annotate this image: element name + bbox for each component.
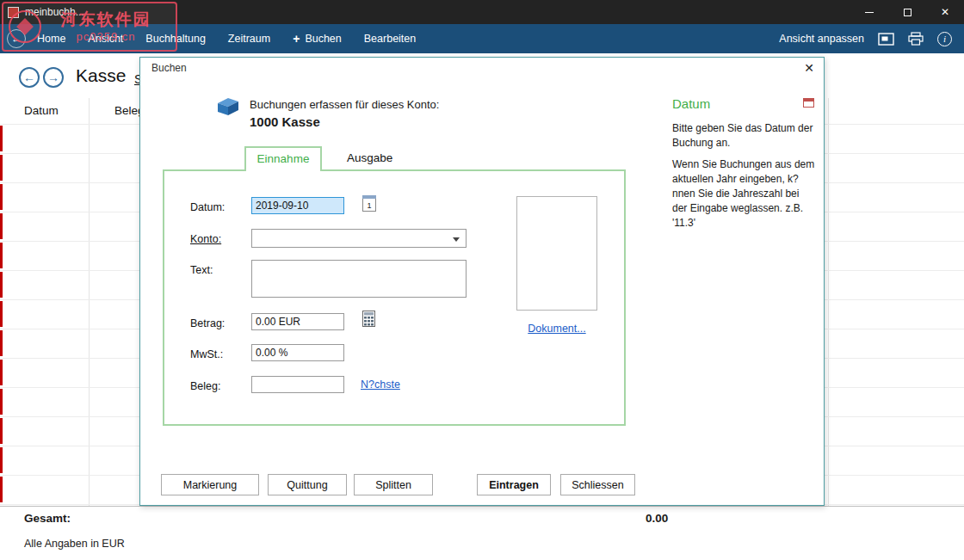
text-input[interactable] <box>251 260 467 298</box>
minimize-button[interactable] <box>850 0 888 24</box>
buchen-dialog: Buchen ✕ Buchungen erfassen für dieses K… <box>139 57 825 506</box>
ribbon-right-group: Ansicht anpassen i <box>779 32 952 46</box>
quittung-button[interactable]: Quittung <box>268 474 347 495</box>
menu-buchen-label: Buchen <box>305 24 341 53</box>
print-icon[interactable] <box>908 32 924 46</box>
beleg-input[interactable] <box>251 376 344 393</box>
calculator-icon[interactable] <box>362 311 375 330</box>
account-name: 1000 Kasse <box>250 114 320 129</box>
back-nav-button[interactable]: ← <box>19 67 40 88</box>
splitten-button[interactable]: Splitten <box>354 474 433 495</box>
ansicht-anpassen-button[interactable]: Ansicht anpassen <box>779 33 864 45</box>
maximize-button[interactable] <box>888 0 926 24</box>
betrag-input[interactable] <box>251 313 344 330</box>
plus-icon: + <box>293 24 300 53</box>
watermark: 河东软件园 pc0359.cn <box>2 2 177 52</box>
menu-buchen[interactable]: + Buchen <box>281 24 353 53</box>
schliessen-button[interactable]: Schliessen <box>560 474 635 495</box>
markierung-button[interactable]: Markierung <box>161 474 259 495</box>
dialog-close-button[interactable]: ✕ <box>804 61 814 75</box>
watermark-text: 河东软件园 pc0359.cn <box>41 9 170 44</box>
dialog-intro-text: Buchungen erfassen für dieses Konto: <box>250 98 439 111</box>
help-panel-icon <box>803 98 814 108</box>
calendar-icon[interactable]: 1 <box>362 195 376 212</box>
gesamt-value: 0.00 <box>646 512 668 525</box>
column-header-datum: Datum <box>24 104 59 117</box>
dialog-title: Buchen <box>151 62 187 74</box>
page-title: Kasse <box>76 65 126 86</box>
menu-zeitraum[interactable]: Zeitraum <box>217 24 281 53</box>
help-text-2: Wenn Sie Buchungen aus dem aktuellen Jah… <box>672 157 817 231</box>
naechste-link[interactable]: N?chste <box>361 378 400 391</box>
tab-ausgabe[interactable]: Ausgabe <box>347 151 392 164</box>
forward-nav-button[interactable]: → <box>43 67 64 88</box>
watermark-logo-icon <box>9 10 41 43</box>
ledger-book-icon <box>214 94 242 121</box>
maximize-icon <box>904 9 911 16</box>
window-controls: ✕ <box>850 0 964 24</box>
help-panel-title: Datum <box>672 96 710 111</box>
fit-window-icon[interactable] <box>878 33 894 46</box>
footer-divider <box>0 506 964 507</box>
help-text-1: Bitte geben Sie das Datum der Buchung an… <box>672 121 817 151</box>
watermark-cn-text: 河东软件园 <box>41 9 170 30</box>
eintragen-button[interactable]: Eintragen <box>477 474 551 495</box>
gesamt-label: Gesamt: <box>24 512 71 525</box>
konto-select[interactable] <box>251 229 467 248</box>
info-icon[interactable]: i <box>937 32 952 46</box>
close-button[interactable]: ✕ <box>926 0 964 24</box>
currency-note: Alle Angaben in EUR <box>24 538 125 550</box>
menu-bearbeiten[interactable]: Bearbeiten <box>353 24 427 53</box>
minimize-icon <box>865 12 874 13</box>
mwst-input[interactable] <box>251 344 344 361</box>
tab-einnahme[interactable]: Einnahme <box>244 146 322 171</box>
datum-input[interactable] <box>251 197 344 214</box>
watermark-url-text: pc0359.cn <box>41 30 170 44</box>
